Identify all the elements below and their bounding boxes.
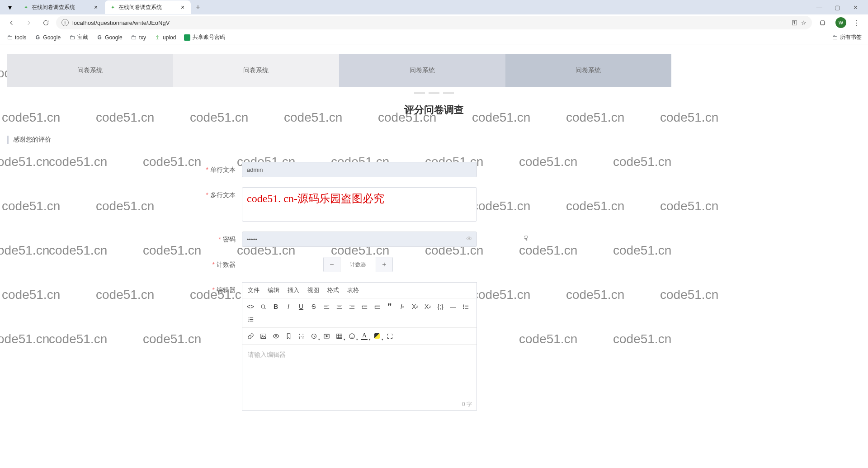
- maximize-button[interactable]: ▢: [828, 0, 846, 14]
- section-accent-bar: [7, 136, 9, 144]
- tab-search-dropdown[interactable]: ▾: [4, 1, 16, 14]
- subscript-icon[interactable]: X2: [410, 301, 420, 312]
- strikethrough-icon[interactable]: S: [308, 301, 319, 312]
- textarea-content: code51. cn-源码乐园盗图必究: [247, 193, 384, 204]
- bullet-list-icon[interactable]: [460, 301, 471, 312]
- bookmark-google-2[interactable]: GGoogle: [96, 34, 123, 41]
- url-field[interactable]: i localhost/questionnaire/write/JEoNgV ⚿…: [56, 16, 812, 29]
- table-icon[interactable]: [334, 331, 344, 341]
- site-info-icon[interactable]: i: [61, 19, 69, 26]
- menu-file[interactable]: 文件: [248, 286, 259, 294]
- bold-icon[interactable]: B: [270, 301, 281, 312]
- star-icon[interactable]: ☆: [801, 19, 807, 26]
- tab-indicator: [7, 87, 861, 95]
- clear-format-icon[interactable]: I×: [397, 301, 408, 312]
- single-line-input[interactable]: [242, 162, 477, 177]
- tab-title: 在线问卷调查系统: [32, 4, 90, 11]
- counter-decrement-button[interactable]: −: [324, 257, 340, 272]
- underline-icon[interactable]: U: [296, 301, 307, 312]
- close-window-button[interactable]: ✕: [846, 0, 864, 14]
- close-icon[interactable]: ×: [179, 4, 186, 11]
- field-label: *计数器: [179, 257, 242, 272]
- svg-point-1: [261, 305, 265, 308]
- new-tab-button[interactable]: +: [192, 1, 204, 14]
- section-header: 感谢您的评价: [7, 125, 861, 144]
- menu-table[interactable]: 表格: [347, 286, 359, 294]
- code-icon[interactable]: {;}: [435, 301, 446, 312]
- align-center-icon[interactable]: [334, 301, 344, 312]
- editor-menubar: 文件 编辑 插入 视图 格式 表格: [242, 283, 476, 298]
- page-tab-2[interactable]: 问卷系统: [173, 54, 340, 87]
- media-icon[interactable]: [321, 331, 332, 341]
- folder-icon: 🗀: [131, 34, 137, 41]
- align-right-icon[interactable]: [346, 301, 357, 312]
- page-break-icon[interactable]: [296, 331, 307, 341]
- editor-toolbar-row-1: <> B I U S ❞ I× X2 X2: [242, 298, 476, 328]
- browser-tab-2[interactable]: ✦ 在线问卷调查系统 ×: [105, 0, 191, 14]
- emoji-icon[interactable]: [346, 331, 357, 341]
- bookmark-txy[interactable]: 🗀txy: [131, 34, 146, 41]
- bookmark-tools[interactable]: 🗀tools: [6, 34, 26, 41]
- bookmark-upload[interactable]: ↥uplod: [154, 34, 176, 41]
- back-button[interactable]: [5, 16, 18, 29]
- italic-icon[interactable]: I: [283, 301, 294, 312]
- datetime-icon[interactable]: [308, 331, 319, 341]
- svg-rect-8: [260, 334, 265, 338]
- extensions-button[interactable]: [816, 16, 829, 29]
- align-left-icon[interactable]: [321, 301, 332, 312]
- source-code-icon[interactable]: <>: [245, 301, 256, 312]
- close-icon[interactable]: ×: [92, 4, 99, 11]
- background-color-icon[interactable]: [372, 331, 382, 341]
- menu-button[interactable]: ⋮: [850, 16, 863, 29]
- superscript-icon[interactable]: X2: [422, 301, 433, 312]
- bookmark-icon[interactable]: [283, 331, 294, 341]
- sheet-icon: [184, 34, 190, 41]
- menu-edit[interactable]: 编辑: [268, 286, 279, 294]
- fullscreen-icon[interactable]: [384, 331, 395, 341]
- editor-toolbar-row-2: A: [242, 328, 476, 345]
- preview-icon[interactable]: [258, 301, 269, 312]
- multi-line-textarea[interactable]: code51. cn-源码乐园盗图必究: [242, 187, 477, 222]
- outdent-icon[interactable]: [359, 301, 370, 312]
- field-single-line: *单行文本: [179, 162, 658, 177]
- browser-tab-1[interactable]: ✦ 在线问卷调查系统 ×: [18, 0, 104, 14]
- counter-input[interactable]: [340, 257, 376, 272]
- field-editor: *编辑器 文件 编辑 插入 视图 格式 表格 <> B I: [179, 282, 658, 411]
- text-color-icon[interactable]: A: [359, 331, 370, 341]
- editor-wordcount: 0 字: [462, 401, 472, 408]
- number-list-icon[interactable]: 123: [245, 314, 256, 325]
- page-tabs: 问卷系统 问卷系统 问卷系统 问卷系统: [7, 54, 671, 87]
- hr-icon[interactable]: —: [448, 301, 458, 312]
- minimize-button[interactable]: —: [810, 0, 828, 14]
- indicator-bar: [429, 92, 439, 94]
- link-icon[interactable]: [245, 331, 256, 341]
- cursor-icon: ☟: [524, 234, 528, 243]
- password-input[interactable]: [242, 232, 477, 247]
- bookmark-google[interactable]: GGoogle: [34, 34, 61, 41]
- editor-content-area[interactable]: 请输入编辑器: [242, 345, 476, 399]
- eye-icon[interactable]: 👁: [466, 235, 472, 242]
- page-tab-4[interactable]: 问卷系统: [505, 54, 672, 87]
- svg-point-10: [275, 335, 277, 337]
- menu-format[interactable]: 格式: [327, 286, 339, 294]
- window-controls: — ▢ ✕: [810, 0, 864, 14]
- required-mark: *: [219, 236, 221, 243]
- indent-icon[interactable]: [372, 301, 382, 312]
- counter-increment-button[interactable]: +: [376, 257, 392, 272]
- image-icon[interactable]: [258, 331, 269, 341]
- folder-icon: 🗀: [69, 34, 75, 41]
- all-bookmarks-button[interactable]: 🗀所有书签: [831, 33, 862, 41]
- menu-view[interactable]: 视图: [307, 286, 319, 294]
- preview-eye-icon[interactable]: [270, 331, 281, 341]
- page-tab-3[interactable]: 问卷系统: [339, 54, 505, 87]
- menu-insert[interactable]: 插入: [288, 286, 299, 294]
- svg-point-14: [349, 333, 354, 338]
- forward-button[interactable]: [22, 16, 35, 29]
- key-icon[interactable]: ⚿: [792, 19, 797, 26]
- profile-avatar[interactable]: W: [835, 17, 846, 28]
- bookmark-shared-accounts[interactable]: 共享账号密码: [184, 33, 225, 41]
- bookmark-baozang[interactable]: 🗀宝藏: [69, 33, 88, 41]
- reload-button[interactable]: [39, 16, 52, 29]
- blockquote-icon[interactable]: ❞: [384, 301, 395, 312]
- page-tab-1[interactable]: 问卷系统: [7, 54, 173, 87]
